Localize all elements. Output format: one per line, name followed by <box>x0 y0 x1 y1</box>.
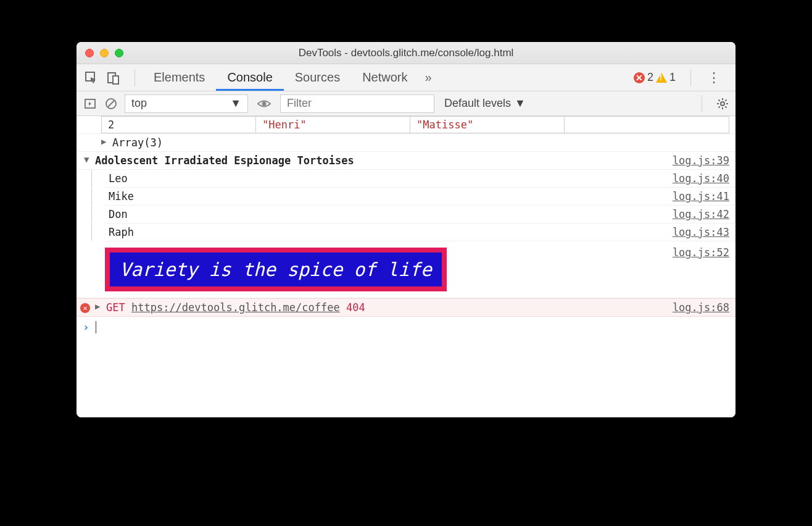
error-text: GET https://devtools.glitch.me/coffee 40… <box>106 301 365 314</box>
source-link[interactable]: log.js:41 <box>673 190 729 202</box>
svg-line-5 <box>108 101 114 107</box>
group-title: Adolescent Irradiated Espionage Tortoise… <box>95 154 354 167</box>
log-text: Leo <box>109 172 128 185</box>
error-row[interactable]: ✕ ▶ GET https://devtools.glitch.me/coffe… <box>77 298 735 317</box>
divider <box>702 95 702 112</box>
tab-console[interactable]: Console <box>216 64 283 91</box>
console-output: 2 "Henri" "Matisse" ▶ Array(3) ▼ Adolesc… <box>77 116 735 417</box>
device-toolbar-icon[interactable] <box>105 69 122 86</box>
http-method: GET <box>106 301 125 314</box>
group-item-row: Mike log.js:41 <box>105 188 735 206</box>
titlebar: DevTools - devtools.glitch.me/console/lo… <box>77 42 735 64</box>
array-label: Array(3) <box>112 136 163 149</box>
svg-point-6 <box>262 101 267 106</box>
levels-label: Default levels <box>444 97 511 110</box>
more-tabs-icon[interactable]: » <box>419 70 438 85</box>
chevron-down-icon: ▼ <box>515 97 526 110</box>
group-item-row: Leo log.js:40 <box>105 170 735 188</box>
tab-elements[interactable]: Elements <box>143 64 216 91</box>
group-item-row: Raph log.js:43 <box>105 223 735 241</box>
source-link[interactable]: log.js:42 <box>673 208 729 220</box>
error-url[interactable]: https://devtools.glitch.me/coffee <box>131 301 340 314</box>
array-row[interactable]: ▶ Array(3) <box>77 134 735 152</box>
source-link[interactable]: log.js:68 <box>673 301 729 314</box>
devtools-tabs: Elements Console Sources Network » ✕ 2 1… <box>77 64 735 91</box>
error-icon: ✕ <box>80 303 90 313</box>
http-status: 404 <box>346 301 365 314</box>
warning-count: 1 <box>669 71 676 84</box>
inspect-element-icon[interactable] <box>83 69 100 86</box>
group-item-row: Don log.js:42 <box>105 206 735 223</box>
styled-log-row: Variety is the spice of life log.js:52 <box>77 241 735 298</box>
table-row: 2 "Henri" "Matisse" <box>77 116 735 134</box>
tab-sources[interactable]: Sources <box>284 64 351 91</box>
log-text: Don <box>109 208 128 220</box>
divider <box>135 69 135 86</box>
expand-arrow-icon[interactable]: ▶ <box>95 301 104 311</box>
filter-input[interactable] <box>280 94 434 113</box>
expand-arrow-icon[interactable]: ▶ <box>101 136 110 146</box>
error-icon: ✕ <box>634 72 645 83</box>
warning-icon <box>656 73 667 83</box>
collapse-arrow-icon[interactable]: ▼ <box>84 154 93 164</box>
source-link[interactable]: log.js:40 <box>673 172 729 185</box>
source-link[interactable]: log.js:39 <box>673 154 729 167</box>
svg-point-7 <box>721 102 724 106</box>
more-options-icon[interactable]: ⋮ <box>698 70 729 86</box>
log-levels-selector[interactable]: Default levels ▼ <box>444 97 526 110</box>
context-selector[interactable]: top ▼ <box>125 94 248 113</box>
devtools-window: DevTools - devtools.glitch.me/console/lo… <box>77 42 735 417</box>
source-link[interactable]: log.js:43 <box>673 226 729 238</box>
divider <box>690 69 691 86</box>
chevron-down-icon: ▼ <box>230 97 241 110</box>
log-text: Raph <box>109 226 134 238</box>
tab-network[interactable]: Network <box>351 64 418 91</box>
error-warning-counts[interactable]: ✕ 2 1 <box>634 71 676 84</box>
log-text: Mike <box>109 190 134 202</box>
source-link[interactable]: log.js:52 <box>673 246 729 259</box>
console-sidebar-toggle-icon[interactable] <box>83 96 97 111</box>
table-cell-empty <box>565 117 729 133</box>
table-cell-last: "Matisse" <box>410 117 565 133</box>
prompt-chevron-icon: › <box>83 320 89 333</box>
settings-gear-icon[interactable] <box>716 97 729 111</box>
table-cell-index: 2 <box>102 117 256 133</box>
console-prompt[interactable]: › <box>77 317 735 337</box>
error-count: 2 <box>647 71 653 84</box>
styled-message: Variety is the spice of life <box>105 248 447 291</box>
group-header-row[interactable]: ▼ Adolescent Irradiated Espionage Tortoi… <box>77 152 735 170</box>
table-cell-first: "Henri" <box>256 117 410 133</box>
cursor <box>96 321 96 333</box>
context-value: top <box>131 97 147 110</box>
clear-console-icon[interactable] <box>104 96 118 111</box>
window-title: DevTools - devtools.glitch.me/console/lo… <box>77 47 735 59</box>
svg-rect-2 <box>113 76 118 84</box>
console-toolbar: top ▼ Default levels ▼ <box>77 91 735 116</box>
live-expression-icon[interactable] <box>254 98 274 109</box>
